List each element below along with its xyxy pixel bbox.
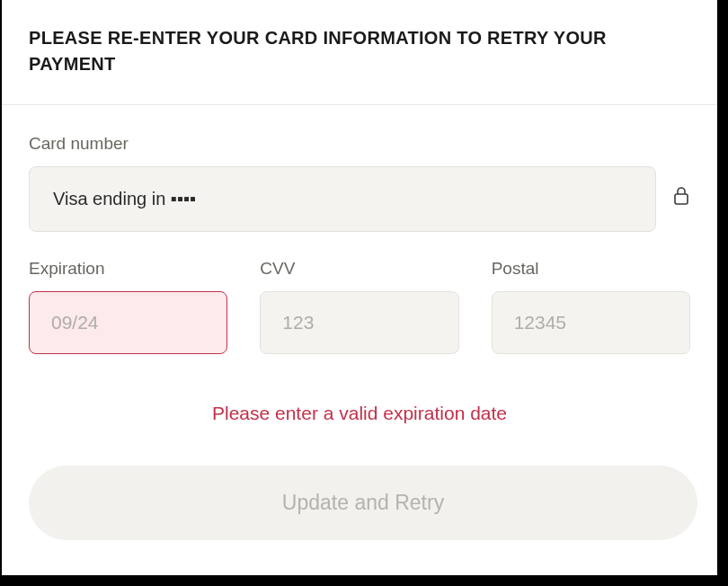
lock-icon-wrap (672, 164, 690, 231)
cvv-field[interactable] (260, 291, 458, 354)
payment-form: Card number Visa ending in ▪▪▪▪ Expirati… (2, 105, 717, 558)
card-number-display: Visa ending in ▪▪▪▪ (29, 166, 656, 232)
cvv-label: CVV (260, 259, 458, 279)
expiration-field[interactable] (29, 291, 227, 354)
modal-title: PLEASE RE-ENTER YOUR CARD INFORMATION TO… (29, 25, 690, 77)
card-number-group: Card number Visa ending in ▪▪▪▪ (29, 134, 656, 232)
modal-header: PLEASE RE-ENTER YOUR CARD INFORMATION TO… (2, 0, 717, 105)
expiration-label: Expiration (29, 259, 227, 279)
postal-field[interactable] (492, 291, 690, 354)
update-retry-button[interactable]: Update and Retry (29, 466, 697, 540)
error-message: Please enter a valid expiration date (29, 403, 690, 424)
card-details-row: Expiration CVV Postal (29, 259, 690, 354)
lock-icon (672, 185, 690, 210)
postal-label: Postal (492, 259, 690, 279)
cvv-group: CVV (260, 259, 458, 354)
card-number-row: Card number Visa ending in ▪▪▪▪ (29, 134, 690, 232)
postal-group: Postal (492, 259, 690, 354)
card-number-label: Card number (29, 134, 656, 154)
expiration-group: Expiration (29, 259, 227, 354)
payment-retry-modal: PLEASE RE-ENTER YOUR CARD INFORMATION TO… (0, 0, 719, 577)
svg-rect-0 (675, 194, 688, 204)
